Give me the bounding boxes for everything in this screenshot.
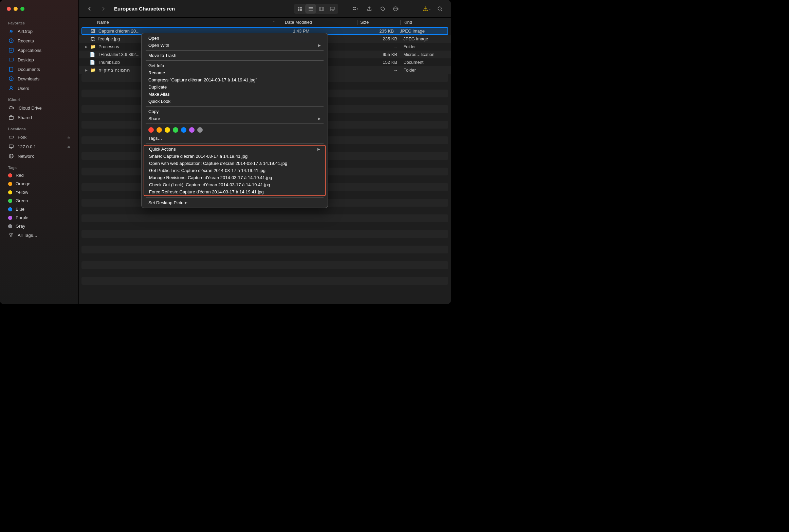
sidebar-tag-orange[interactable]: Orange <box>4 179 74 188</box>
sidebar-item-label: Downloads <box>18 76 39 81</box>
sidebar-tag-gray[interactable]: Gray <box>4 222 74 230</box>
menu-separator <box>146 197 324 198</box>
sidebar-tag-yellow[interactable]: Yellow <box>4 188 74 196</box>
sidebar: Favorites AirDrop Recents A Applications… <box>0 0 79 304</box>
svg-rect-25 <box>353 7 354 8</box>
back-button[interactable] <box>84 4 95 14</box>
menu-public-link[interactable]: Get Public Link: Capture d'écran 2014-03… <box>144 167 325 174</box>
svg-rect-4 <box>9 58 13 61</box>
disclosure-icon[interactable]: ▶ <box>83 69 90 72</box>
file-kind: Folder <box>403 44 451 49</box>
menu-share[interactable]: Share▶ <box>142 115 328 122</box>
tag-button[interactable] <box>378 4 388 14</box>
tags-heading: Tags <box>4 164 74 171</box>
file-size: 152 KB <box>366 60 403 65</box>
tag-picker-yellow[interactable] <box>165 127 170 133</box>
sidebar-recents[interactable]: Recents <box>4 36 74 45</box>
size-column-header[interactable]: Size <box>360 20 398 25</box>
group-button[interactable] <box>350 4 361 14</box>
tag-picker-red[interactable] <box>148 127 154 133</box>
tag-picker-green[interactable] <box>173 127 178 133</box>
tag-picker-gray[interactable] <box>197 127 203 133</box>
sidebar-desktop[interactable]: Desktop <box>4 55 74 64</box>
file-size: -- <box>366 68 403 73</box>
sidebar-icloud-drive[interactable]: iCloud Drive <box>4 103 74 113</box>
icon-view-button[interactable] <box>294 4 305 14</box>
warning-button[interactable]: ⚠⌵ <box>421 4 432 14</box>
sidebar-tag-green[interactable]: Green <box>4 196 74 205</box>
eject-icon[interactable]: ⏏ <box>67 135 70 139</box>
sidebar-item-label: Shared <box>18 115 32 120</box>
sidebar-network[interactable]: Network <box>4 151 74 161</box>
sidebar-airdrop[interactable]: AirDrop <box>4 26 74 36</box>
sidebar-localhost[interactable]: 127.0.0.1 ⏏ <box>4 142 74 151</box>
svg-rect-19 <box>321 7 322 11</box>
share-button[interactable] <box>364 4 375 14</box>
menu-set-desktop[interactable]: Set Desktop Picture <box>142 199 328 206</box>
sidebar-tag-blue[interactable]: Blue <box>4 205 74 213</box>
menu-force-refresh[interactable]: Force Refresh: Capture d'écran 2014-03-1… <box>144 188 325 195</box>
alltags-icon <box>8 232 14 238</box>
submenu-arrow-icon: ▶ <box>318 43 321 47</box>
sidebar-applications[interactable]: A Applications <box>4 45 74 55</box>
forward-button[interactable] <box>98 4 109 14</box>
tag-dot-icon <box>8 216 12 220</box>
sidebar-shared[interactable]: Shared <box>4 113 74 122</box>
sidebar-users[interactable]: Users <box>4 83 74 93</box>
eject-icon[interactable]: ⏏ <box>67 145 70 149</box>
sidebar-documents[interactable]: Documents <box>4 64 74 74</box>
date-column-header[interactable]: Date Modified <box>285 20 354 25</box>
shared-icon <box>8 114 14 120</box>
tag-dot-icon <box>8 173 12 177</box>
action-button[interactable] <box>391 4 402 14</box>
menu-open-web[interactable]: Open with web application: Capture d'écr… <box>144 160 325 167</box>
name-column-header[interactable]: Name ⌃ <box>79 20 279 25</box>
empty-row <box>81 222 448 230</box>
menu-check-out[interactable]: Check Out (Lock): Capture d'écran 2014-0… <box>144 181 325 188</box>
file-icon: 📄 <box>89 52 96 57</box>
maximize-button[interactable] <box>20 7 24 11</box>
tag-picker-purple[interactable] <box>189 127 195 133</box>
minimize-button[interactable] <box>14 7 18 11</box>
gallery-view-button[interactable] <box>327 4 338 14</box>
kind-column-header[interactable]: Kind <box>403 20 451 25</box>
svg-rect-18 <box>319 7 321 11</box>
locations-heading: Locations <box>4 125 74 132</box>
svg-point-31 <box>394 8 395 9</box>
column-view-button[interactable] <box>316 4 327 14</box>
icloud-section: iCloud iCloud Drive Shared <box>0 94 78 124</box>
menu-share-item[interactable]: Share: Capture d'écran 2014-03-17 à 14.1… <box>144 153 325 160</box>
sidebar-item-label: All Tags… <box>18 233 37 238</box>
menu-copy[interactable]: Copy <box>142 108 328 115</box>
menu-open[interactable]: Open <box>142 35 328 42</box>
sidebar-tag-purple[interactable]: Purple <box>4 213 74 222</box>
search-button[interactable] <box>435 4 445 14</box>
close-button[interactable] <box>7 7 11 11</box>
disclosure-icon[interactable]: ▶ <box>83 45 90 49</box>
tag-picker-orange[interactable] <box>157 127 162 133</box>
sidebar-downloads[interactable]: Downloads <box>4 74 74 83</box>
file-size: 955 KB <box>366 52 403 57</box>
favorites-section: Favorites AirDrop Recents A Applications… <box>0 18 78 94</box>
menu-get-info[interactable]: Get Info <box>142 62 328 69</box>
tag-picker-blue[interactable] <box>181 127 186 133</box>
sidebar-fork[interactable]: Fork ⏏ <box>4 132 74 142</box>
menu-open-with[interactable]: Open With▶ <box>142 42 328 49</box>
menu-rename[interactable]: Rename <box>142 69 328 76</box>
menu-quick-look[interactable]: Quick Look <box>142 98 328 105</box>
sidebar-all-tags[interactable]: All Tags… <box>4 230 74 240</box>
sidebar-item-label: Blue <box>16 207 24 212</box>
desktop-icon <box>8 57 14 63</box>
list-view-button[interactable] <box>305 4 316 14</box>
sidebar-tag-red[interactable]: Red <box>4 171 74 179</box>
menu-tags[interactable]: Tags… <box>142 135 328 142</box>
menu-move-trash[interactable]: Move to Trash <box>142 52 328 59</box>
icloud-heading: iCloud <box>4 96 74 103</box>
view-buttons <box>294 4 338 14</box>
menu-duplicate[interactable]: Duplicate <box>142 83 328 91</box>
menu-compress[interactable]: Compress "Capture d'écran 2014-03-17 à 1… <box>142 76 328 83</box>
svg-rect-27 <box>353 9 354 10</box>
menu-quick-actions[interactable]: Quick Actions▶ <box>144 146 325 153</box>
menu-manage-revisions[interactable]: Manage Revisions: Capture d'écran 2014-0… <box>144 174 325 181</box>
menu-make-alias[interactable]: Make Alias <box>142 91 328 98</box>
